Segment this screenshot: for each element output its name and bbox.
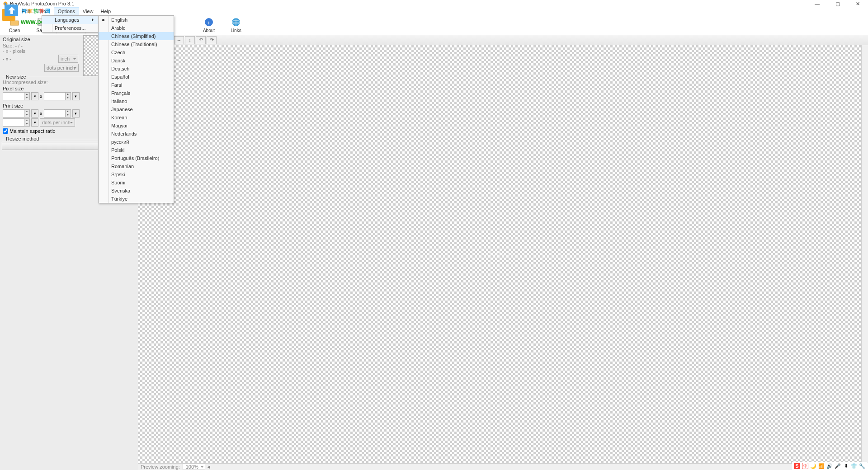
minimize-button[interactable]: — [807, 0, 827, 7]
fit-vertical-button[interactable]: ↕ [185, 36, 195, 44]
window-title: BenVista PhotoZoom Pro 3.1 [10, 1, 74, 6]
canvas-area: ↔ ↕ ↶ ↷ pc0359.cn Preview zooming: 100% … [138, 35, 868, 470]
menu-batch[interactable]: Batch [34, 8, 54, 15]
globe-icon [231, 17, 241, 27]
languages-dropdown: EnglishArabicChinese (Simplified)Chinese… [98, 15, 174, 203]
maximize-button[interactable]: ▢ [827, 0, 848, 7]
language-option[interactable]: Chinese (Traditional) [99, 40, 174, 48]
mic-icon[interactable]: 🎤 [835, 463, 841, 469]
lock-button[interactable]: ▾ [72, 109, 80, 118]
language-option[interactable]: Romanian [99, 162, 174, 170]
status-bar: Preview zooming: 100% ◄ ► [138, 463, 861, 470]
open-button[interactable]: Open [1, 16, 28, 35]
canvas[interactable]: pc0359.cn [138, 45, 861, 463]
ime-icon[interactable]: 中 [802, 463, 808, 469]
language-option[interactable]: Chinese (Simplified) [99, 32, 174, 40]
shirt-icon[interactable]: 👕 [851, 463, 857, 469]
resolution-unit-combo[interactable]: dots per inch [40, 118, 75, 127]
svg-text:i: i [208, 20, 209, 25]
lock-button[interactable]: ▾ [31, 92, 38, 100]
languages-menu-item[interactable]: Languages [42, 16, 98, 24]
download-icon[interactable]: ⬇ [843, 463, 849, 469]
language-option[interactable]: Srpski [99, 170, 174, 179]
language-option[interactable]: Farsi [99, 81, 174, 89]
resolution-input[interactable]: ▲▼ [3, 118, 30, 127]
maintain-aspect-checkbox[interactable] [3, 128, 8, 134]
about-button[interactable]: i About [195, 16, 222, 35]
sogou-icon[interactable]: S [794, 463, 800, 469]
zoom-combo[interactable]: 100% [183, 464, 205, 470]
language-option[interactable]: Suomi [99, 179, 174, 187]
rotate-left-button[interactable]: ↶ [196, 36, 206, 44]
language-option[interactable]: Français [99, 89, 174, 97]
menu-bar: File Edit Batch Options View Help [0, 7, 868, 15]
submenu-arrow-icon [92, 18, 95, 22]
moon-icon[interactable]: 🌙 [810, 463, 816, 469]
print-width-input[interactable]: ▲▼ [3, 109, 30, 118]
language-option[interactable]: Svenska [99, 187, 174, 195]
language-option[interactable]: Magyar [99, 122, 174, 130]
language-option[interactable]: Português (Brasileiro) [99, 154, 174, 162]
wifi-icon[interactable]: 📶 [818, 463, 825, 469]
canvas-toolbar: ↔ ↕ ↶ ↷ [138, 35, 868, 45]
bullet-icon [102, 19, 104, 21]
lock-button[interactable]: ▾ [31, 109, 38, 118]
wrench-icon[interactable]: 🔧 [859, 463, 865, 469]
maintain-aspect-label: Maintain aspect ratio [9, 128, 56, 134]
menu-help[interactable]: Help [97, 8, 114, 15]
preview-zoom-label: Preview zooming: [138, 464, 183, 470]
vertical-scrollbar[interactable] [861, 45, 868, 463]
svg-point-1 [5, 3, 7, 5]
open-icon [9, 17, 19, 27]
lock-button[interactable]: ▾ [31, 118, 38, 127]
language-option[interactable]: Deutsch [99, 65, 174, 73]
language-option[interactable]: Türkiye [99, 195, 174, 203]
info-icon: i [204, 17, 214, 27]
language-option[interactable]: Czech [99, 48, 174, 56]
title-bar: BenVista PhotoZoom Pro 3.1 — ▢ ✕ [0, 0, 868, 7]
menu-view[interactable]: View [79, 8, 97, 15]
rotate-right-button[interactable]: ↷ [207, 36, 217, 44]
scroll-left-button[interactable]: ◄ [205, 464, 212, 470]
language-option[interactable]: русский [99, 138, 174, 146]
system-tray: S 中 🌙 📶 🔊 🎤 ⬇ 👕 🔧 [792, 462, 867, 470]
app-icon [3, 1, 8, 6]
language-option[interactable]: Italiano [99, 97, 174, 105]
language-option[interactable]: Japanese [99, 105, 174, 113]
language-option[interactable]: Nederlands [99, 130, 174, 138]
menu-file[interactable]: File [3, 8, 18, 15]
language-option[interactable]: Arabic [99, 24, 174, 32]
unit-combo[interactable]: inch [58, 55, 78, 63]
preferences-menu-item[interactable]: Preferences... [42, 24, 98, 32]
dim-value: - x - [3, 56, 57, 61]
menu-edit[interactable]: Edit [18, 8, 34, 15]
print-height-input[interactable]: ▲▼ [44, 109, 71, 118]
menu-options[interactable]: Options [54, 7, 79, 15]
pixel-width-input[interactable]: ▲▼ [3, 92, 30, 100]
language-option[interactable]: Polski [99, 146, 174, 154]
language-option[interactable]: Korean [99, 113, 174, 122]
close-button[interactable]: ✕ [848, 0, 868, 7]
language-option[interactable]: Dansk [99, 56, 174, 65]
lock-button[interactable]: ▾ [72, 92, 80, 100]
dpi-combo[interactable]: dots per inch [44, 64, 79, 72]
language-option[interactable]: Español [99, 73, 174, 81]
sound-icon[interactable]: 🔊 [826, 463, 833, 469]
fit-horizontal-button[interactable]: ↔ [174, 36, 184, 44]
pixel-height-input[interactable]: ▲▼ [44, 92, 71, 100]
options-dropdown: Languages Preferences... [42, 15, 99, 33]
center-watermark: pc0359.cn [485, 251, 514, 258]
language-option[interactable]: English [99, 16, 174, 24]
links-button[interactable]: Links [222, 16, 250, 35]
